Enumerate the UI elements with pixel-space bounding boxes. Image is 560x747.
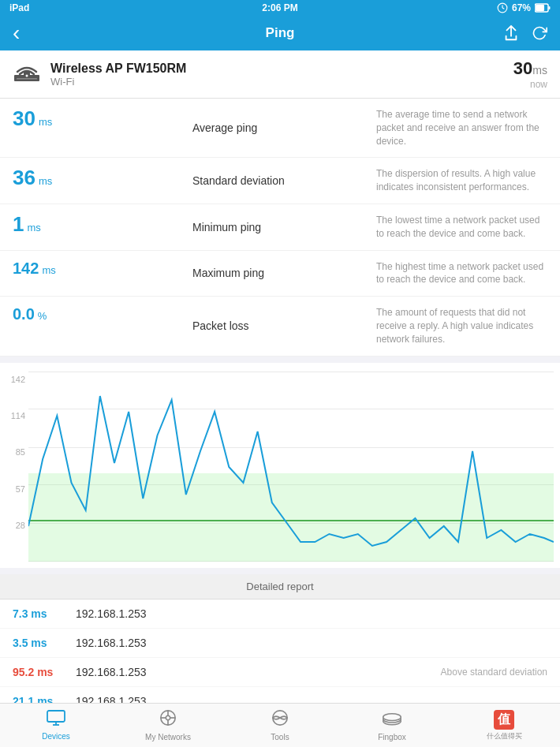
device-wifi-icon — [13, 61, 41, 88]
svg-line-2 — [502, 8, 504, 9]
refresh-icon[interactable] — [532, 24, 547, 42]
report-header: Detailed report — [0, 574, 560, 599]
stat-unit-2: ms — [27, 222, 40, 233]
report-note-2: Above standard deviation — [441, 667, 547, 678]
stat-desc-4: The amount of requests that did not rece… — [364, 306, 547, 345]
y-label-142: 142 — [0, 375, 25, 384]
stat-row-2: 1 ms Minimum ping The lowest time a netw… — [0, 204, 560, 251]
ping-chart — [28, 372, 554, 562]
device-ping: 30ms now — [513, 58, 547, 90]
chart-area: 28 57 85 114 142 — [0, 363, 560, 568]
stat-desc-0: The average time to send a network packe… — [364, 108, 547, 148]
report-row-0: 7.3 ms 192.168.1.253 — [0, 599, 560, 629]
stat-unit-0: ms — [39, 116, 52, 128]
device-header: Wireless AP FW150RM Wi-Fi 30ms now — [0, 50, 560, 99]
status-right: 67% — [497, 2, 551, 13]
svg-rect-9 — [17, 78, 37, 80]
report-ip-0: 192.168.1.253 — [76, 607, 547, 620]
stat-left-0: 30 ms — [13, 108, 186, 129]
device-text: Wireless AP FW150RM Wi-Fi — [50, 62, 186, 88]
stat-row-3: 142 ms Maximum ping The highest time a n… — [0, 251, 560, 297]
stat-label-4: Packet loss — [186, 319, 364, 332]
stat-desc-3: The highest time a network packet used t… — [364, 260, 547, 287]
chart-container: 28 57 85 114 142 — [0, 372, 560, 562]
chart-y-labels: 28 57 85 114 142 — [0, 372, 28, 562]
stat-left-4: 0.0 % — [13, 306, 186, 322]
svg-rect-10 — [47, 711, 65, 722]
carrier-label: iPad — [9, 2, 29, 13]
y-label-85: 85 — [0, 448, 25, 457]
fingbox-icon — [382, 709, 402, 731]
tab-tools[interactable]: Tools — [224, 704, 336, 747]
stat-left-1: 36 ms — [13, 167, 186, 188]
y-label-114: 114 — [0, 412, 25, 420]
status-bar: iPad 2:06 PM 67% — [0, 0, 560, 16]
report-ip-2: 192.168.1.253 — [76, 666, 441, 678]
y-label-28: 28 — [0, 521, 25, 530]
stat-value-4: 0.0 — [13, 306, 35, 322]
svg-point-8 — [26, 74, 28, 77]
tab-devices-label: Devices — [42, 732, 70, 741]
report-ping-0: 7.3 ms — [13, 607, 76, 620]
stat-value-2: 1 — [13, 214, 24, 234]
device-name: Wireless AP FW150RM — [50, 62, 186, 76]
devices-icon — [47, 710, 65, 730]
stat-label-2: Minimum ping — [186, 221, 364, 233]
svg-rect-4 — [536, 5, 544, 11]
tab-fingbox[interactable]: Fingbox — [336, 704, 448, 747]
stat-label-1: Standard deviation — [186, 174, 364, 187]
stat-row-4: 0.0 % Packet loss The amount of requests… — [0, 297, 560, 356]
stat-left-2: 1 ms — [13, 214, 186, 234]
report-ping-2: 95.2 ms — [13, 666, 76, 678]
stat-unit-1: ms — [39, 175, 52, 187]
tab-bar: Devices My Networks Tools — [0, 703, 560, 747]
time-label: 2:06 PM — [262, 2, 297, 13]
tab-special-label: 什么值得买 — [487, 731, 522, 741]
battery-icon — [535, 3, 551, 13]
device-info: Wireless AP FW150RM Wi-Fi — [13, 61, 186, 88]
tools-icon — [271, 709, 289, 731]
stat-row-0: 30 ms Average ping The average time to s… — [0, 99, 560, 158]
svg-point-23 — [383, 714, 401, 721]
tab-devices[interactable]: Devices — [0, 704, 112, 747]
report-row-1: 3.5 ms 192.168.1.253 — [0, 629, 560, 658]
y-label-57: 57 — [0, 485, 25, 494]
chart-grid — [28, 372, 554, 562]
stat-row-1: 36 ms Standard deviation The dispersion … — [0, 158, 560, 204]
share-icon[interactable] — [503, 24, 519, 42]
report-ip-1: 192.168.1.253 — [76, 637, 547, 649]
tab-tools-label: Tools — [271, 733, 289, 741]
clock-icon — [497, 2, 508, 13]
battery-label: 67% — [512, 2, 531, 13]
stats-section: 30 ms Average ping The average time to s… — [0, 99, 560, 357]
report-ping-1: 3.5 ms — [13, 637, 76, 649]
stat-value-3: 142 — [13, 260, 39, 276]
stat-desc-2: The lowest time a network packet used to… — [364, 214, 547, 241]
tab-networks-label: My Networks — [145, 733, 191, 741]
ping-time: now — [513, 79, 547, 90]
stat-desc-1: The dispersion of results. A high value … — [364, 167, 547, 194]
stat-value-1: 36 — [13, 167, 35, 188]
svg-point-15 — [166, 715, 170, 720]
report-row-2: 95.2 ms 192.168.1.253 Above standard dev… — [0, 658, 560, 687]
nav-title: Ping — [266, 25, 295, 41]
my-networks-icon — [159, 709, 177, 731]
back-button[interactable] — [13, 21, 20, 46]
device-connection: Wi-Fi — [50, 76, 186, 88]
stat-unit-4: % — [38, 310, 47, 322]
ping-value: 30 — [513, 58, 532, 78]
nav-actions — [503, 24, 547, 42]
tab-my-networks[interactable]: My Networks — [112, 704, 224, 747]
tab-fingbox-label: Fingbox — [378, 733, 406, 741]
tab-special[interactable]: 值 什么值得买 — [448, 704, 560, 747]
stat-label-0: Average ping — [186, 121, 364, 134]
stat-unit-3: ms — [42, 264, 55, 276]
stat-label-3: Maximum ping — [186, 267, 364, 279]
special-icon: 值 — [494, 710, 514, 730]
svg-rect-5 — [549, 6, 551, 9]
stat-left-3: 142 ms — [13, 260, 186, 276]
back-chevron-icon — [13, 21, 20, 46]
stat-value-0: 30 — [13, 108, 35, 129]
ping-unit: ms — [532, 64, 547, 77]
nav-bar: Ping — [0, 16, 560, 50]
